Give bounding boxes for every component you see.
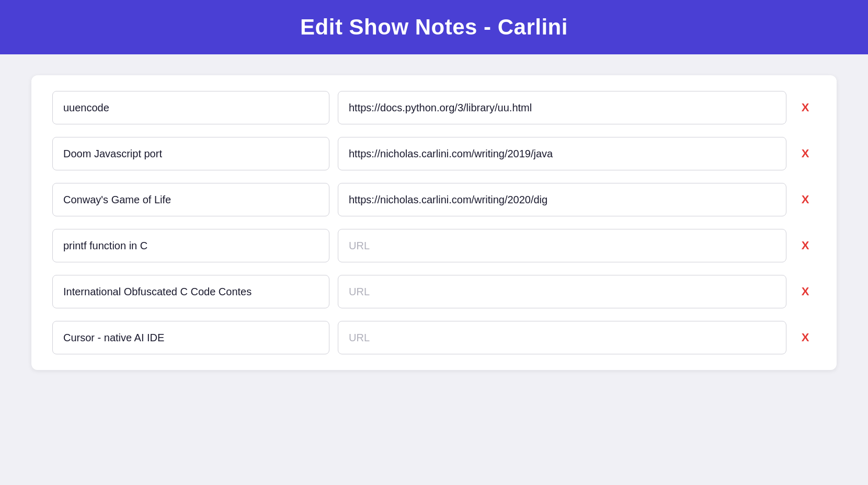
- url-input-1[interactable]: [338, 91, 786, 124]
- name-input-2[interactable]: [52, 137, 329, 170]
- url-input-4[interactable]: [338, 229, 786, 262]
- table-row: X: [52, 91, 816, 124]
- table-row: X: [52, 275, 816, 308]
- url-input-5[interactable]: [338, 275, 786, 308]
- delete-button-6[interactable]: X: [795, 329, 816, 347]
- table-row: X: [52, 321, 816, 354]
- name-input-5[interactable]: [52, 275, 329, 308]
- name-input-1[interactable]: [52, 91, 329, 124]
- page-title: Edit Show Notes - Carlini: [10, 15, 858, 40]
- name-input-3[interactable]: [52, 183, 329, 216]
- table-row: X: [52, 183, 816, 216]
- name-input-4[interactable]: [52, 229, 329, 262]
- url-input-6[interactable]: [338, 321, 786, 354]
- url-input-3[interactable]: [338, 183, 786, 216]
- name-input-6[interactable]: [52, 321, 329, 354]
- delete-button-3[interactable]: X: [795, 191, 816, 209]
- notes-card: XXXXXX: [31, 75, 837, 370]
- page-header: Edit Show Notes - Carlini: [0, 0, 868, 54]
- table-row: X: [52, 229, 816, 262]
- table-row: X: [52, 137, 816, 170]
- url-input-2[interactable]: [338, 137, 786, 170]
- delete-button-2[interactable]: X: [795, 145, 816, 163]
- delete-button-1[interactable]: X: [795, 99, 816, 117]
- delete-button-4[interactable]: X: [795, 237, 816, 255]
- main-content: XXXXXX: [0, 54, 868, 391]
- delete-button-5[interactable]: X: [795, 283, 816, 301]
